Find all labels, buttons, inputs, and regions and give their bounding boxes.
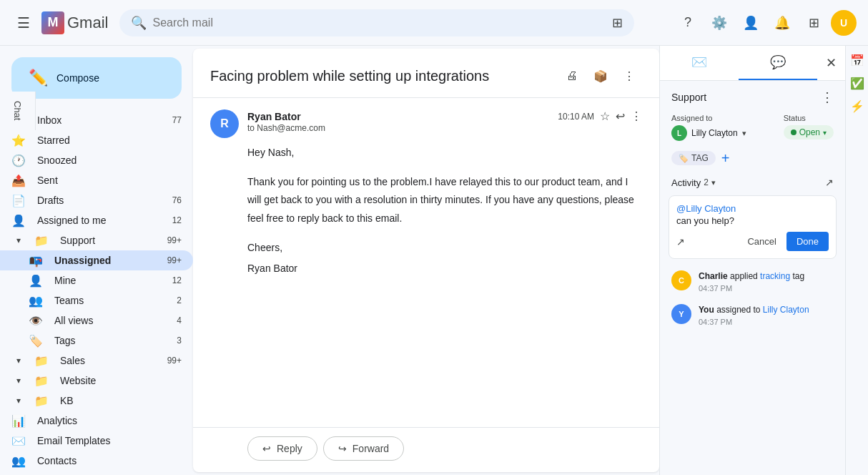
analytics-icon: 📊 bbox=[11, 413, 26, 428]
strip-calendar-icon[interactable]: 📅 bbox=[849, 52, 866, 69]
help-button[interactable]: ? bbox=[674, 9, 702, 37]
gmail-logo: M Gmail bbox=[41, 11, 108, 34]
sidebar-item-unassigned[interactable]: 📭 Unassigned 99+ bbox=[0, 250, 193, 270]
activity-time-you: 04:37 PM bbox=[699, 318, 834, 326]
search-input[interactable] bbox=[152, 16, 606, 29]
done-button[interactable]: Done bbox=[786, 232, 829, 251]
tag-chip[interactable]: 🏷️ TAG bbox=[671, 151, 716, 165]
sidebar-item-tags[interactable]: 🏷️ Tags 3 bbox=[0, 330, 193, 351]
assigned-field: Assigned to L Lilly Clayton ▾ bbox=[671, 114, 746, 141]
reply-button[interactable]: ↩ Reply bbox=[247, 436, 317, 461]
sidebar-item-teams[interactable]: 👥 Teams 2 bbox=[0, 290, 193, 310]
contacts-nav-icon: 👥 bbox=[11, 454, 26, 468]
panel-title: Support bbox=[671, 92, 706, 103]
avatar[interactable]: U bbox=[831, 10, 857, 36]
activity-item-2: Y You assigned to Lilly Clayton 04:37 PM bbox=[660, 298, 845, 332]
sidebar-item-drafts[interactable]: 📄 Drafts 76 bbox=[0, 190, 193, 210]
email-body-para: Thank you for pointing us to the problem… bbox=[247, 173, 642, 227]
assigned-chevron[interactable]: ▾ bbox=[742, 129, 746, 138]
sidebar-item-starred[interactable]: ⭐ Starred bbox=[0, 130, 193, 150]
snoozed-icon: 🕐 bbox=[11, 153, 26, 167]
contacts-button[interactable]: 👤 bbox=[736, 9, 765, 37]
strip-bolt-icon[interactable]: ⚡ bbox=[849, 97, 866, 114]
sidebar-item-mine[interactable]: 👤 Mine 12 bbox=[0, 270, 193, 290]
comment-box: @Lilly Clayton can you help? ↗ Cancel Do… bbox=[669, 195, 837, 259]
search-bar[interactable]: 🔍 ⊞ bbox=[119, 9, 634, 36]
email-templates-icon: ✉️ bbox=[11, 434, 26, 448]
email-time: 10:10 AM bbox=[558, 112, 594, 122]
panel-more-button[interactable]: ⋮ bbox=[821, 89, 834, 105]
panel-close-button[interactable]: ✕ bbox=[817, 46, 845, 80]
activity-avatar-charlie: C bbox=[671, 270, 691, 290]
advanced-search-icon[interactable]: ⊞ bbox=[612, 15, 623, 31]
drafts-icon: 📄 bbox=[11, 193, 26, 207]
archive-button[interactable]: 📦 bbox=[588, 63, 613, 89]
status-indicator bbox=[791, 129, 797, 135]
panel-tab-activity[interactable]: 💬 bbox=[739, 46, 817, 80]
status-badge[interactable]: Open ▾ bbox=[784, 125, 834, 139]
sender-row: R Ryan Bator 10:10 AM ☆ ↩ ⋮ to Nash@acme… bbox=[210, 109, 642, 138]
activity-chevron-icon: ▾ bbox=[711, 178, 716, 187]
status-label: Status bbox=[784, 114, 834, 122]
assigned-label: Assigned to bbox=[671, 114, 746, 122]
activity-text-charlie: Charlie applied tracking tag bbox=[699, 270, 834, 283]
activity-expand-button[interactable]: ↗ bbox=[825, 177, 834, 188]
assigned-name: Lilly Clayton bbox=[691, 128, 738, 138]
sidebar-item-sent[interactable]: 📤 Sent bbox=[0, 170, 193, 190]
kb-section-header[interactable]: ▾ 📁 KB bbox=[0, 391, 193, 411]
more-options-button[interactable]: ⋮ bbox=[616, 63, 642, 89]
sidebar-item-contacts[interactable]: 👥 Contacts bbox=[0, 451, 193, 471]
allviews-icon: 👁️ bbox=[29, 313, 43, 328]
status-chevron-icon: ▾ bbox=[823, 129, 827, 137]
comment-external-button[interactable]: ↗ bbox=[676, 236, 685, 248]
more-email-button[interactable]: ⋮ bbox=[631, 109, 642, 123]
star-button[interactable]: ☆ bbox=[600, 109, 610, 123]
forward-button[interactable]: ↪ Forward bbox=[323, 436, 404, 461]
hamburger-button[interactable]: ☰ bbox=[11, 9, 36, 37]
activity-item-1: C Charlie applied tracking tag 04:37 PM bbox=[660, 265, 845, 298]
support-section-header[interactable]: ▾ 📁 Support 99+ bbox=[0, 230, 193, 250]
reply-arrow-icon: ↩ bbox=[262, 443, 271, 454]
sidebar-item-snoozed[interactable]: 🕐 Snoozed bbox=[0, 150, 193, 170]
cancel-button[interactable]: Cancel bbox=[741, 233, 781, 250]
reply-icon-button[interactable]: ↩ bbox=[616, 109, 625, 123]
comment-mention: @Lilly Clayton bbox=[676, 203, 829, 214]
panel-tab-email-icon: ✉️ bbox=[691, 54, 707, 70]
email-content: Hey Nash, Thank you for pointing us to t… bbox=[210, 144, 642, 278]
forward-arrow-icon: ↪ bbox=[338, 443, 347, 454]
sidebar-item-email-templates[interactable]: ✉️ Email Templates bbox=[0, 431, 193, 451]
settings-button[interactable]: ⚙️ bbox=[705, 9, 734, 37]
website-icon: 📁 bbox=[34, 373, 49, 388]
email-subject-bar: Facing problem while setting up integrat… bbox=[193, 49, 659, 98]
sidebar-item-assigned[interactable]: 👤 Assigned to me 12 bbox=[0, 210, 193, 230]
sidebar-item-allviews[interactable]: 👁️ All views 4 bbox=[0, 310, 193, 330]
panel-header: Support ⋮ bbox=[660, 81, 845, 111]
tags-icon: 🏷️ bbox=[29, 333, 43, 348]
right-strip: 📅 ✅ ⚡ bbox=[845, 46, 868, 475]
panel-tab-support[interactable]: ✉️ bbox=[660, 46, 739, 80]
activity-count-badge: 2 bbox=[704, 177, 709, 187]
sidebar-item-chat-templates[interactable]: 💬 Chat Templates bbox=[0, 471, 193, 475]
email-greeting: Hey Nash, bbox=[247, 144, 642, 162]
compose-button[interactable]: ✏️ Compose bbox=[11, 57, 182, 99]
sales-expand-icon: ▾ bbox=[11, 353, 26, 368]
strip-check-icon[interactable]: ✅ bbox=[849, 74, 866, 92]
sidebar-item-analytics[interactable]: 📊 Analytics bbox=[0, 411, 193, 431]
email-body: R Ryan Bator 10:10 AM ☆ ↩ ⋮ to Nash@acme… bbox=[193, 98, 659, 427]
teams-icon: 👥 bbox=[29, 293, 43, 308]
sales-section-header[interactable]: ▾ 📁 Sales 99+ bbox=[0, 351, 193, 371]
apps-button[interactable]: ⊞ bbox=[799, 9, 828, 37]
activity-title-row[interactable]: Activity 2 ▾ bbox=[671, 177, 716, 188]
activity-label: Activity bbox=[671, 177, 701, 188]
activity-avatar-you: Y bbox=[671, 304, 691, 324]
sent-icon: 📤 bbox=[11, 173, 26, 187]
print-button[interactable]: 🖨 bbox=[559, 63, 585, 89]
website-section-header[interactable]: ▾ 📁 Website bbox=[0, 371, 193, 391]
sender-to: to Nash@acme.com bbox=[247, 123, 642, 133]
email-cheers: Cheers, bbox=[247, 239, 642, 257]
chat-left-label[interactable]: Chat bbox=[0, 92, 36, 130]
bell-button[interactable]: 🔔 bbox=[768, 9, 797, 37]
add-tag-button[interactable]: + bbox=[721, 151, 730, 165]
panel-fields: Assigned to L Lilly Clayton ▾ Status Ope… bbox=[660, 111, 845, 148]
email-main: Facing problem while setting up integrat… bbox=[193, 49, 659, 472]
